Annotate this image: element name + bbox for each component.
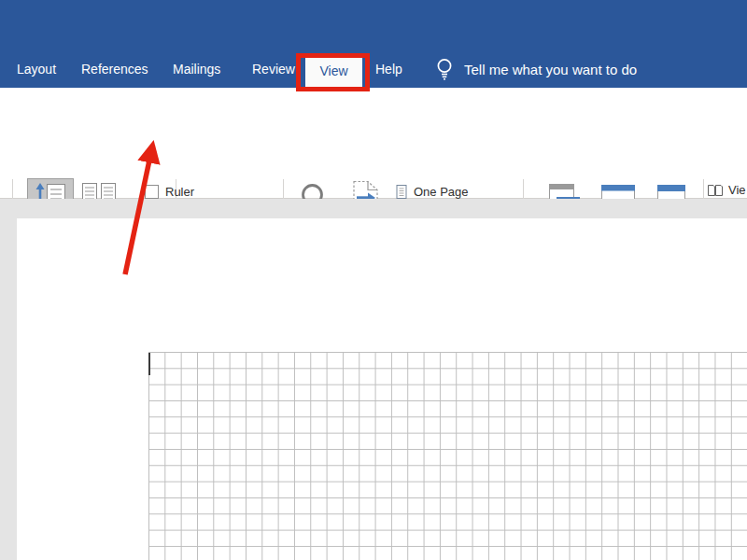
tab-view[interactable]: View xyxy=(305,57,362,88)
lightbulb-icon xyxy=(434,57,455,81)
view-side-by-side-label: Vie xyxy=(728,183,746,198)
view-side-by-side-icon xyxy=(707,183,724,198)
ruler-checkbox-label: Ruler xyxy=(165,185,194,200)
view-side-by-side-button[interactable]: Vie xyxy=(707,183,746,198)
one-page-icon xyxy=(394,184,409,200)
word-window: Layout References Mailings Review View H… xyxy=(0,0,747,560)
document-gridlines xyxy=(148,352,747,560)
tab-mailings[interactable]: Mailings xyxy=(173,51,220,88)
ruler-checkbox-row[interactable]: Ruler xyxy=(145,185,194,200)
tab-references[interactable]: References xyxy=(81,51,148,88)
tell-me-box[interactable]: Tell me what you want to do xyxy=(464,51,637,88)
ribbon: e Vertical xyxy=(0,88,747,199)
tab-help[interactable]: Help xyxy=(375,51,402,88)
one-page-label: One Page xyxy=(414,185,469,200)
tab-layout[interactable]: Layout xyxy=(17,51,56,88)
text-cursor xyxy=(148,353,150,375)
one-page-button[interactable]: One Page xyxy=(394,184,469,200)
tab-review[interactable]: Review xyxy=(252,51,295,88)
ruler-checkbox[interactable] xyxy=(145,185,159,199)
ribbon-tab-bar: Layout References Mailings Review View H… xyxy=(0,0,747,88)
